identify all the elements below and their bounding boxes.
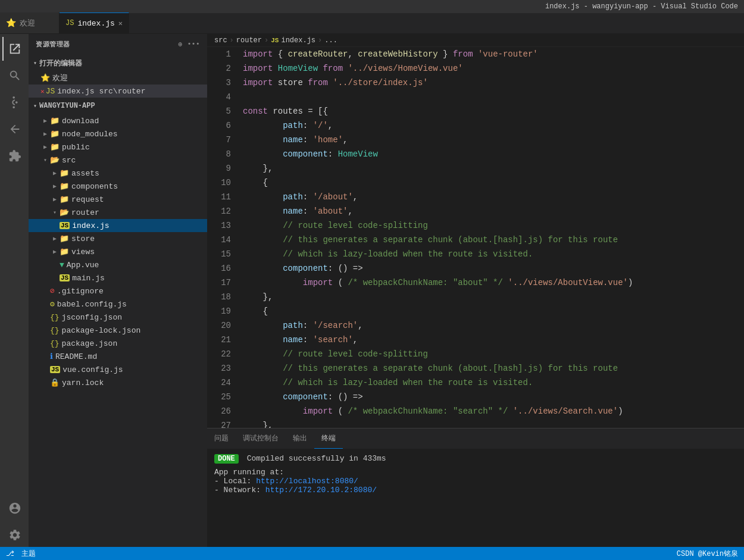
breadcrumb-more[interactable]: ... xyxy=(324,36,337,45)
tree-store[interactable]: ▶ 📁 store xyxy=(29,232,207,245)
open-editors-section[interactable]: ▾ 打开的编辑器 xyxy=(29,55,207,71)
panel-tabs: 问题 调试控制台 输出 终端 xyxy=(207,428,744,449)
folder-label: assets xyxy=(71,169,99,178)
folder-arrow: ▶ xyxy=(50,196,60,203)
panel: 问题 调试控制台 输出 终端 DONE Compiled successfull… xyxy=(207,428,744,547)
tree-download[interactable]: ▶ 📁 download xyxy=(29,114,207,127)
tree-gitignore[interactable]: ⊘ .gitignore xyxy=(29,284,207,298)
terminal-done-line: DONE Compiled successfully in 433ms xyxy=(214,454,737,463)
close-file-icon[interactable]: ✕ xyxy=(40,87,45,95)
code-line-19: { xyxy=(243,304,744,318)
file-label: App.vue xyxy=(67,261,99,270)
welcome-tab-icon: ⭐ xyxy=(40,73,50,83)
file-label: vue.config.js xyxy=(62,365,123,374)
open-file-indexjs[interactable]: ✕ JS index.js src\router xyxy=(29,85,207,98)
open-file-welcome[interactable]: ⭐ 欢迎 xyxy=(29,71,207,85)
tree-components[interactable]: ▶ 📁 components xyxy=(29,180,207,193)
main-layout: 资源管理器 ⊕ ••• ▾ 打开的编辑器 ⭐ 欢迎 ✕ JS index.js … xyxy=(0,34,744,547)
tree-readme[interactable]: ℹ README.md xyxy=(29,350,207,363)
editor-content[interactable]: 12345 678910 1112131415 1617181920 21222… xyxy=(207,47,744,428)
tree-main-js[interactable]: JS main.js xyxy=(29,271,207,284)
breadcrumb: src › router › JS index.js › ... xyxy=(207,34,744,47)
tab-index-js-label: index.js xyxy=(77,19,114,28)
editor-area: src › router › JS index.js › ... 12345 6… xyxy=(207,34,744,547)
panel-tab-terminal[interactable]: 终端 xyxy=(314,428,343,449)
code-line-12: name: 'about', xyxy=(243,204,744,218)
code-line-1: import { createRouter, createWebHistory … xyxy=(243,47,744,61)
tab-welcome[interactable]: ⭐ 欢迎 xyxy=(0,12,60,33)
activity-extensions[interactable] xyxy=(2,144,26,168)
code-line-25: component: () => xyxy=(243,390,744,404)
sidebar: 资源管理器 ⊕ ••• ▾ 打开的编辑器 ⭐ 欢迎 ✕ JS index.js … xyxy=(29,34,207,547)
panel-tab-debug[interactable]: 调试控制台 xyxy=(236,428,286,449)
open-editors-label: 打开的编辑器 xyxy=(39,58,82,68)
more-actions-icon[interactable]: ••• xyxy=(187,40,200,48)
breadcrumb-src[interactable]: src xyxy=(214,36,227,45)
activity-explorer[interactable] xyxy=(2,37,26,61)
tree-request[interactable]: ▶ 📁 request xyxy=(29,193,207,206)
folder-label: views xyxy=(71,248,95,256)
tree-views[interactable]: ▶ 📁 views xyxy=(29,245,207,258)
code-area[interactable]: import { createRouter, createWebHistory … xyxy=(237,47,744,428)
tree-node-modules[interactable]: ▶ 📁 node_modules xyxy=(29,127,207,140)
tree-yarn[interactable]: 🔒 yarn.lock xyxy=(29,376,207,389)
line-numbers: 12345 678910 1112131415 1617181920 21222… xyxy=(207,47,237,428)
tree-vue-config[interactable]: JS vue.config.js xyxy=(29,363,207,376)
local-url[interactable]: http://localhost:8080/ xyxy=(256,477,358,486)
folder-label: components xyxy=(71,182,118,191)
breadcrumb-router[interactable]: router xyxy=(236,36,262,45)
babel-icon: ⚙ xyxy=(50,299,55,309)
folder-icon: 📁 xyxy=(60,234,69,243)
panel-tab-output[interactable]: 输出 xyxy=(286,428,314,449)
panel-tab-problems[interactable]: 问题 xyxy=(207,428,236,449)
folder-arrow: ▶ xyxy=(40,143,50,151)
tree-jsconfig[interactable]: {} jsconfig.json xyxy=(29,311,207,324)
folder-icon: 📁 xyxy=(60,247,69,256)
folder-icon: 📁 xyxy=(60,182,69,191)
activity-accounts[interactable] xyxy=(2,496,26,520)
status-bar-right: CSDN @Kevin铭泉 xyxy=(677,549,738,559)
folder-arrow: ▾ xyxy=(40,157,50,164)
tree-babel[interactable]: ⚙ babel.config.js xyxy=(29,298,207,311)
new-file-icon[interactable]: ⊕ xyxy=(179,40,183,48)
project-arrow: ▾ xyxy=(33,102,37,110)
folder-arrow: ▶ xyxy=(40,130,50,137)
tab-close-button[interactable]: ✕ xyxy=(118,19,123,28)
code-line-7: name: 'home', xyxy=(243,133,744,147)
folder-arrow: ▶ xyxy=(50,170,60,177)
js-icon: JS xyxy=(60,222,70,229)
tree-package-lock[interactable]: {} package-lock.json xyxy=(29,324,207,337)
activity-search[interactable] xyxy=(2,64,26,87)
code-line-24: // which is lazy-loaded when the route i… xyxy=(243,376,744,390)
tree-router[interactable]: ▾ 📂 router xyxy=(29,206,207,219)
tab-welcome-label: 欢迎 xyxy=(20,18,35,29)
code-line-18: }, xyxy=(243,290,744,304)
tree-public[interactable]: ▶ 📁 public xyxy=(29,140,207,154)
file-label: main.js xyxy=(72,274,105,283)
editor-wrapper: 12345 678910 1112131415 1617181920 21222… xyxy=(207,47,744,428)
json-icon: {} xyxy=(50,313,60,322)
tree-app-vue[interactable]: ▼ App.vue xyxy=(29,258,207,271)
file-label: README.md xyxy=(55,352,97,361)
tree-package[interactable]: {} package.json xyxy=(29,337,207,350)
status-branch: 主题 xyxy=(21,549,36,559)
activity-debug[interactable] xyxy=(2,117,26,141)
code-line-15: // which is lazy-loaded when the route i… xyxy=(243,247,744,261)
folder-icon: 📁 xyxy=(50,142,60,152)
tab-index-js[interactable]: JS index.js ✕ xyxy=(60,12,129,33)
code-line-4 xyxy=(243,90,744,104)
tree-src[interactable]: ▾ 📂 src xyxy=(29,154,207,167)
status-bar-left: ⎇ 主题 xyxy=(6,549,36,559)
activity-git[interactable] xyxy=(2,90,26,114)
project-section[interactable]: ▾ WANGYIYUN-APP xyxy=(29,98,207,114)
tree-assets[interactable]: ▶ 📁 assets xyxy=(29,167,207,180)
breadcrumb-indexjs[interactable]: index.js xyxy=(281,36,315,45)
tree-index-js[interactable]: JS index.js xyxy=(29,219,207,232)
folder-arrow: ▾ xyxy=(50,209,60,216)
network-url[interactable]: http://172.20.10.2:8080/ xyxy=(265,486,377,495)
code-line-21: name: 'search', xyxy=(243,333,744,347)
folder-icon: 📁 xyxy=(50,129,60,139)
file-label: jsconfig.json xyxy=(62,313,122,322)
file-label: babel.config.js xyxy=(57,300,127,309)
activity-settings[interactable] xyxy=(2,523,26,547)
